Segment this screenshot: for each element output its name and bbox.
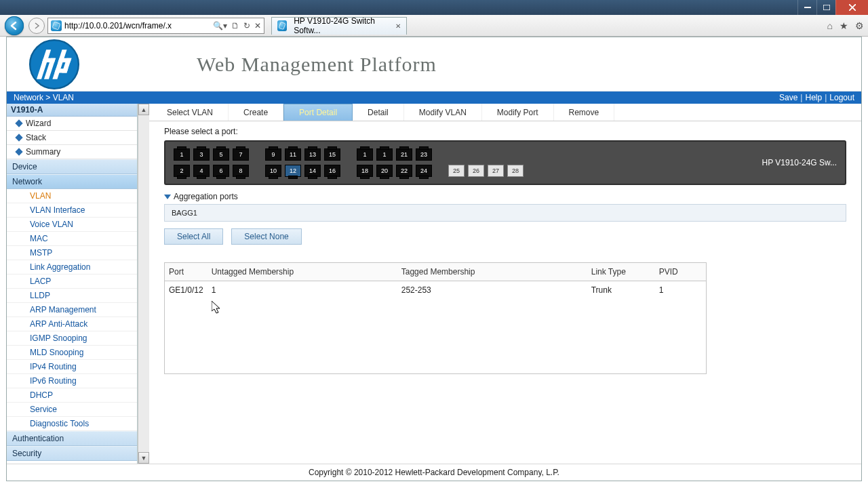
sidebar-sub-dhcp[interactable]: DHCP bbox=[7, 388, 137, 403]
address-bar[interactable]: http://10.0.0.201/wcn/frame/.x 🔍▾ 🗋 ↻ ✕ bbox=[47, 18, 264, 34]
sidebar-sub-diagnostic-tools[interactable]: Diagnostic Tools bbox=[7, 417, 137, 431]
switch-port-9[interactable]: 9 bbox=[265, 148, 281, 161]
sidebar-scrollbar[interactable]: ▲ ▼ bbox=[138, 104, 149, 464]
sidebar-sub-voice-vlan[interactable]: Voice VLAN bbox=[7, 218, 137, 232]
window-minimize-button[interactable] bbox=[797, 0, 816, 15]
sidebar-sub-vlan-interface[interactable]: VLAN Interface bbox=[7, 203, 137, 218]
switch-port-28[interactable]: 28 bbox=[507, 165, 524, 177]
browser-forward-button[interactable] bbox=[28, 18, 45, 34]
svg-rect-11 bbox=[54, 68, 68, 73]
sidebar-sub-ipv6-routing[interactable]: IPv6 Routing bbox=[7, 374, 137, 388]
scroll-down-icon[interactable]: ▼ bbox=[138, 452, 149, 464]
home-icon[interactable]: ⌂ bbox=[827, 20, 833, 31]
select-all-button[interactable]: Select All bbox=[164, 228, 223, 245]
refresh-icon[interactable]: ↻ bbox=[243, 21, 250, 30]
tab-remove[interactable]: Remove bbox=[554, 104, 615, 121]
switch-port-1[interactable]: 1 bbox=[174, 148, 190, 161]
switch-port-20[interactable]: 20 bbox=[376, 165, 393, 177]
sidebar-sub-mld-snooping[interactable]: MLD Snooping bbox=[7, 346, 137, 360]
sidebar-sub-mstp[interactable]: MSTP bbox=[7, 246, 137, 260]
switch-port-10[interactable]: 10 bbox=[265, 165, 281, 177]
page-title: Web Management Platform bbox=[197, 53, 437, 76]
sidebar-sub-lacp[interactable]: LACP bbox=[7, 274, 137, 289]
browser-tab[interactable]: HP V1910-24G Switch Softw... ✕ bbox=[271, 17, 407, 35]
sidebar-group-device[interactable]: Device bbox=[7, 159, 137, 174]
switch-port-5[interactable]: 5 bbox=[213, 148, 229, 161]
sidebar-sub-arp-management[interactable]: ARP Management bbox=[7, 303, 137, 317]
select-none-button[interactable]: Select None bbox=[231, 228, 301, 245]
switch-port-11[interactable]: 11 bbox=[285, 148, 301, 161]
save-link[interactable]: Save bbox=[779, 93, 797, 102]
switch-port-22[interactable]: 22 bbox=[396, 165, 412, 177]
compat-view-icon[interactable]: 🗋 bbox=[231, 21, 239, 30]
switch-port-1[interactable]: 1 bbox=[376, 148, 393, 161]
logout-link[interactable]: Logout bbox=[829, 93, 854, 102]
aggregation-heading[interactable]: Aggregation ports bbox=[164, 192, 846, 201]
svg-rect-0 bbox=[804, 7, 811, 8]
tab-close-icon[interactable]: ✕ bbox=[395, 22, 401, 30]
switch-port-15[interactable]: 15 bbox=[324, 148, 340, 161]
search-dropdown-icon[interactable]: 🔍▾ bbox=[213, 21, 227, 30]
sidebar-sub-vlan[interactable]: VLAN bbox=[7, 189, 137, 203]
window-close-button[interactable] bbox=[835, 0, 868, 15]
switch-port-27[interactable]: 27 bbox=[488, 165, 504, 177]
switch-port-14[interactable]: 14 bbox=[304, 165, 321, 177]
help-link[interactable]: Help bbox=[805, 93, 822, 102]
sidebar-sub-service[interactable]: Service bbox=[7, 403, 137, 417]
switch-port-13[interactable]: 13 bbox=[304, 148, 321, 161]
sidebar-item-label: Summary bbox=[26, 147, 60, 157]
switch-port-1[interactable]: 1 bbox=[357, 148, 373, 161]
favorites-icon[interactable]: ★ bbox=[840, 20, 848, 31]
switch-port-24[interactable]: 24 bbox=[416, 165, 432, 177]
stop-icon[interactable]: ✕ bbox=[254, 21, 261, 30]
switch-port-2[interactable]: 2 bbox=[174, 165, 190, 177]
switch-port-23[interactable]: 23 bbox=[416, 148, 432, 161]
tab-create[interactable]: Create bbox=[229, 104, 283, 121]
sidebar-sub-mac[interactable]: MAC bbox=[7, 232, 137, 246]
sidebar-sub-igmp-snooping[interactable]: IGMP Snooping bbox=[7, 331, 137, 346]
ie-page-icon bbox=[51, 20, 62, 31]
page-frame: Web Management Platform Network > VLAN S… bbox=[6, 37, 862, 481]
switch-port-7[interactable]: 7 bbox=[233, 148, 249, 161]
sidebar-sub-lldp[interactable]: LLDP bbox=[7, 289, 137, 303]
sidebar: V1910-A Wizard Stack Summary Device Netw… bbox=[7, 104, 138, 464]
browser-back-button[interactable] bbox=[3, 16, 26, 35]
aggregation-item[interactable]: BAGG1 bbox=[164, 204, 846, 222]
scroll-up-icon[interactable]: ▲ bbox=[138, 104, 149, 115]
switch-port-18[interactable]: 18 bbox=[357, 165, 373, 177]
sidebar-item-summary[interactable]: Summary bbox=[7, 145, 137, 159]
sidebar-group-security[interactable]: Security bbox=[7, 446, 137, 461]
switch-port-26[interactable]: 26 bbox=[468, 165, 484, 177]
content-area: Select VLANCreatePort DetailDetailModify… bbox=[149, 104, 861, 464]
switch-port-21[interactable]: 21 bbox=[396, 148, 412, 161]
tab-modify-vlan[interactable]: Modify VLAN bbox=[404, 104, 482, 121]
diamond-icon bbox=[15, 119, 22, 127]
switch-port-4[interactable]: 4 bbox=[193, 165, 210, 177]
aggregation-heading-label: Aggregation ports bbox=[174, 192, 238, 201]
switch-port-25[interactable]: 25 bbox=[448, 165, 465, 177]
tab-select-vlan[interactable]: Select VLAN bbox=[152, 104, 229, 121]
footer-copyright: Copyright © 2010-2012 Hewlett-Packard De… bbox=[7, 464, 861, 481]
tab-port-detail[interactable]: Port Detail bbox=[283, 104, 353, 121]
tab-modify-port[interactable]: Modify Port bbox=[482, 104, 554, 121]
browser-tab-title: HP V1910-24G Switch Softw... bbox=[294, 16, 391, 35]
switch-port-16[interactable]: 16 bbox=[324, 165, 340, 177]
sidebar-sub-ipv4-routing[interactable]: IPv4 Routing bbox=[7, 360, 137, 374]
window-titlebar bbox=[0, 0, 868, 15]
window-maximize-button[interactable] bbox=[816, 0, 835, 15]
sidebar-sub-link-aggregation[interactable]: Link Aggregation bbox=[7, 260, 137, 274]
switch-port-3[interactable]: 3 bbox=[193, 148, 210, 161]
switch-port-8[interactable]: 8 bbox=[233, 165, 249, 177]
sidebar-item-label: Stack bbox=[26, 133, 46, 142]
sidebar-item-wizard[interactable]: Wizard bbox=[7, 117, 137, 131]
svg-rect-7 bbox=[42, 58, 56, 62]
switch-port-12[interactable]: 12 bbox=[285, 165, 301, 177]
tab-detail[interactable]: Detail bbox=[353, 104, 404, 121]
sidebar-group-authentication[interactable]: Authentication bbox=[7, 431, 137, 446]
sidebar-sub-arp-anti-attack[interactable]: ARP Anti-Attack bbox=[7, 317, 137, 331]
table-row[interactable]: GE1/0/121252-253Trunk1 bbox=[165, 281, 706, 300]
sidebar-item-stack[interactable]: Stack bbox=[7, 131, 137, 145]
sidebar-group-network[interactable]: Network bbox=[7, 174, 137, 189]
switch-port-6[interactable]: 6 bbox=[213, 165, 229, 177]
tools-gear-icon[interactable]: ⚙ bbox=[855, 20, 864, 31]
